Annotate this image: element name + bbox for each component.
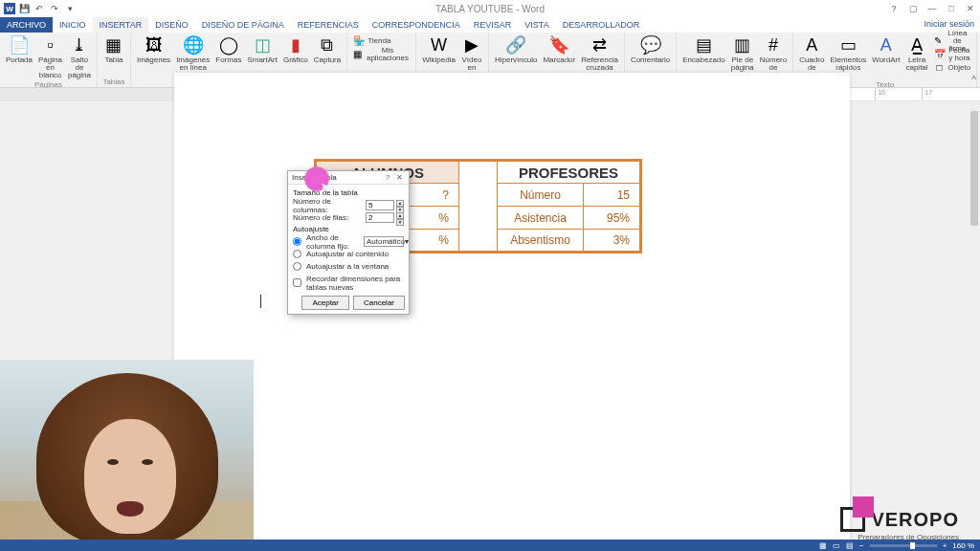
- zoom-level[interactable]: 160 %: [952, 541, 974, 550]
- word-app-icon: W: [4, 3, 15, 14]
- view-web-layout-icon[interactable]: ▤: [846, 541, 854, 550]
- autofit-content-radio[interactable]: [293, 250, 301, 258]
- columns-label: Número de columnas:: [293, 197, 364, 214]
- signature-line-button[interactable]: ✎Línea de firma: [932, 33, 973, 47]
- columns-spinner[interactable]: ▲▼: [396, 200, 404, 210]
- fixed-width-radio[interactable]: [293, 237, 301, 246]
- minimize-icon[interactable]: —: [924, 2, 940, 15]
- date-icon: 📅: [934, 48, 946, 59]
- shapes-icon: ◯: [218, 34, 239, 55]
- cancel-button[interactable]: Cancelar: [353, 296, 405, 310]
- footer-button[interactable]: ▥Pie de página: [729, 33, 756, 73]
- table-gap[interactable]: [459, 161, 498, 253]
- dropcap-button[interactable]: A̲Letra capital: [903, 33, 929, 73]
- bookmark-button[interactable]: 🔖Marcador: [541, 33, 577, 65]
- tab-developer[interactable]: DESARROLLADOR: [556, 17, 647, 33]
- dialog-title: Insertar tabla: [292, 173, 382, 182]
- maximize-icon[interactable]: □: [944, 2, 959, 15]
- dialog-help-icon[interactable]: ?: [382, 173, 393, 182]
- help-icon[interactable]: ?: [886, 2, 902, 15]
- store-button[interactable]: 🏪Tienda: [351, 33, 412, 47]
- qat-save-icon[interactable]: 💾: [17, 2, 31, 15]
- cover-page-button[interactable]: 📄Portada: [4, 33, 34, 65]
- view-print-layout-icon[interactable]: ▦: [819, 541, 827, 550]
- rows-spinner[interactable]: ▲▼: [396, 212, 404, 223]
- vertical-scrollbar[interactable]: [969, 101, 980, 540]
- tab-file[interactable]: ARCHIVO: [0, 17, 53, 33]
- document-page[interactable]: ALUMNOS PROFESORES Número ? Número 15 As…: [174, 73, 850, 551]
- rows-label: Número de filas:: [293, 213, 364, 222]
- tab-view[interactable]: VISTA: [518, 17, 555, 33]
- tab-design[interactable]: DISEÑO: [148, 17, 195, 33]
- chart-icon: ▮: [285, 34, 306, 55]
- tab-page-layout[interactable]: DISEÑO DE PÁGINA: [195, 17, 291, 33]
- qat-customize-icon[interactable]: ▾: [63, 2, 77, 15]
- images-button[interactable]: 🖼Imágenes: [135, 33, 172, 65]
- table-cell[interactable]: Absentismo: [498, 230, 584, 253]
- wordart-button[interactable]: AWordArt: [870, 33, 902, 65]
- collapse-ribbon-icon[interactable]: ^: [971, 75, 976, 85]
- table-button[interactable]: ▦Tabla: [101, 33, 126, 65]
- page-break-button[interactable]: ⤓Salto de página: [66, 33, 93, 80]
- page-icon: 📄: [9, 34, 30, 55]
- table-cell[interactable]: 15: [584, 184, 641, 207]
- columns-input[interactable]: [366, 200, 394, 210]
- dialog-close-icon[interactable]: ✕: [393, 173, 405, 182]
- online-images-button[interactable]: 🌐Imágenes en línea: [174, 33, 212, 73]
- blank-page-button[interactable]: ▫Página en blanco: [36, 33, 64, 80]
- fixed-width-select[interactable]: Automático▾: [364, 236, 404, 247]
- link-icon: 🔗: [505, 34, 526, 55]
- tab-insert[interactable]: INSERTAR: [93, 17, 149, 33]
- autofit-window-radio[interactable]: [293, 262, 301, 271]
- tab-mail[interactable]: CORRESPONDENCIA: [366, 17, 467, 33]
- object-button[interactable]: □Objeto: [932, 60, 973, 74]
- zoom-out-button[interactable]: −: [859, 541, 864, 550]
- shapes-button[interactable]: ◯Formas: [213, 33, 243, 65]
- table-cell[interactable]: ?: [402, 184, 459, 207]
- smartart-button[interactable]: ◫SmartArt: [245, 33, 279, 65]
- textbox-icon: A: [801, 34, 822, 55]
- online-image-icon: 🌐: [183, 34, 204, 55]
- rows-input[interactable]: [366, 212, 394, 223]
- view-read-mode-icon[interactable]: ▭: [833, 541, 840, 550]
- insert-table-dialog: Insertar tabla ? ✕ Tamaño de la tabla Nú…: [287, 170, 410, 315]
- table-icon: ▦: [103, 34, 124, 55]
- zoom-slider[interactable]: [870, 544, 937, 547]
- tab-home[interactable]: INICIO: [53, 17, 93, 33]
- ribbon-options-icon[interactable]: ▢: [905, 2, 921, 15]
- chart-button[interactable]: ▮Gráfico: [281, 33, 310, 65]
- zoom-in-button[interactable]: +: [943, 541, 947, 550]
- qat-undo-icon[interactable]: ↶: [33, 2, 46, 15]
- hyperlink-button[interactable]: 🔗Hipervínculo: [493, 33, 539, 65]
- footer-icon: ▥: [732, 34, 753, 55]
- tab-references[interactable]: REFERENCIAS: [291, 17, 366, 33]
- ribbon-tabs: ARCHIVO INICIO INSERTAR DISEÑO DISEÑO DE…: [0, 17, 980, 33]
- blank-page-icon: ▫: [39, 34, 60, 55]
- table-header-profesores[interactable]: PROFESORES: [498, 161, 641, 184]
- my-apps-button[interactable]: ▦Mis aplicaciones: [351, 47, 412, 60]
- scrollbar-thumb[interactable]: [970, 111, 978, 226]
- screenshot-button[interactable]: ⧉Captura: [312, 33, 343, 65]
- tab-review[interactable]: REVISAR: [467, 17, 519, 33]
- qat-redo-icon[interactable]: ↷: [48, 2, 61, 15]
- remember-checkbox[interactable]: [293, 278, 301, 287]
- table-cell[interactable]: %: [402, 230, 459, 253]
- wordart-icon: A: [876, 34, 897, 55]
- header-button[interactable]: ▤Encabezado: [680, 33, 726, 65]
- quickparts-button[interactable]: ▭Elementos rápidos: [828, 33, 868, 73]
- close-icon[interactable]: ✕: [963, 2, 978, 15]
- table-cell[interactable]: Número: [498, 184, 584, 207]
- wikipedia-button[interactable]: WWikipedia: [420, 33, 457, 65]
- comment-button[interactable]: 💬Comentario: [629, 33, 672, 65]
- crossref-button[interactable]: ⇄Referencia cruzada: [579, 33, 620, 73]
- table-cell[interactable]: 95%: [584, 207, 641, 230]
- table-cell[interactable]: Asistencia: [498, 207, 584, 230]
- date-time-button[interactable]: 📅Fecha y hora: [932, 47, 973, 60]
- document-title: TABLA YOUTUBE - Word: [435, 4, 545, 14]
- screenshot-icon: ⧉: [317, 34, 338, 55]
- table-cell[interactable]: 3%: [584, 230, 641, 253]
- table-cell[interactable]: %: [402, 207, 459, 230]
- quickparts-icon: ▭: [837, 34, 858, 55]
- dialog-titlebar[interactable]: Insertar tabla ? ✕: [288, 171, 409, 185]
- ok-button[interactable]: Aceptar: [301, 296, 349, 310]
